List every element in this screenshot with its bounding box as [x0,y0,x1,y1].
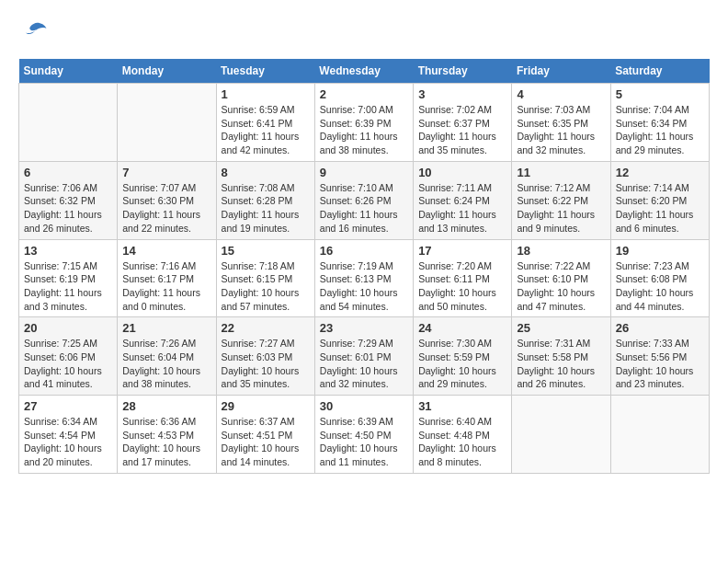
day-number: 29 [222,399,310,413]
day-number: 18 [517,244,605,258]
calendar-week-3: 13Sunrise: 7:15 AM Sunset: 6:19 PM Dayli… [19,239,710,317]
day-number: 9 [320,166,408,179]
weekday-header-saturday: Saturday [610,59,709,84]
calendar-cell: 21Sunrise: 7:26 AM Sunset: 6:04 PM Dayli… [118,317,216,396]
day-number: 20 [24,321,112,335]
page-header [18,18,710,50]
day-info: Sunrise: 7:07 AM Sunset: 6:30 PM Dayligh… [122,181,210,236]
calendar-week-2: 6Sunrise: 7:06 AM Sunset: 6:32 PM Daylig… [19,161,710,239]
calendar-week-1: 1Sunrise: 6:59 AM Sunset: 6:41 PM Daylig… [19,84,710,162]
day-info: Sunrise: 6:40 AM Sunset: 4:48 PM Dayligh… [418,415,506,469]
calendar-cell: 28Sunrise: 6:36 AM Sunset: 4:53 PM Dayli… [118,396,216,474]
day-info: Sunrise: 7:08 AM Sunset: 6:28 PM Dayligh… [222,181,310,236]
day-number: 10 [418,166,506,179]
day-info: Sunrise: 7:15 AM Sunset: 6:19 PM Dayligh… [24,259,112,314]
calendar-cell: 25Sunrise: 7:31 AM Sunset: 5:58 PM Dayli… [512,317,610,396]
day-info: Sunrise: 6:34 AM Sunset: 4:54 PM Dayligh… [24,415,112,469]
day-number: 15 [222,244,310,258]
day-number: 3 [418,87,506,101]
calendar-cell: 5Sunrise: 7:04 AM Sunset: 6:34 PM Daylig… [610,84,709,162]
day-info: Sunrise: 7:33 AM Sunset: 5:56 PM Dayligh… [616,337,704,391]
calendar-cell: 20Sunrise: 7:25 AM Sunset: 6:06 PM Dayli… [19,317,118,396]
day-number: 17 [418,244,506,258]
day-number: 26 [616,321,704,335]
weekday-header-friday: Friday [512,59,610,84]
calendar-cell [512,396,610,474]
weekday-header-tuesday: Tuesday [216,59,314,84]
day-number: 23 [320,321,408,335]
calendar-cell: 24Sunrise: 7:30 AM Sunset: 5:59 PM Dayli… [414,317,512,396]
calendar-cell: 4Sunrise: 7:03 AM Sunset: 6:35 PM Daylig… [512,84,610,162]
day-info: Sunrise: 7:18 AM Sunset: 6:15 PM Dayligh… [222,259,310,314]
day-info: Sunrise: 7:16 AM Sunset: 6:17 PM Dayligh… [122,259,210,314]
day-number: 1 [222,87,310,101]
calendar-cell: 1Sunrise: 6:59 AM Sunset: 6:41 PM Daylig… [216,84,314,162]
day-number: 6 [24,166,112,179]
day-info: Sunrise: 7:22 AM Sunset: 6:10 PM Dayligh… [517,259,605,314]
day-info: Sunrise: 6:59 AM Sunset: 6:41 PM Dayligh… [222,103,310,157]
calendar-cell: 12Sunrise: 7:14 AM Sunset: 6:20 PM Dayli… [610,161,709,239]
day-info: Sunrise: 7:20 AM Sunset: 6:11 PM Dayligh… [418,259,506,314]
calendar-cell: 7Sunrise: 7:07 AM Sunset: 6:30 PM Daylig… [118,161,216,239]
calendar-cell [19,84,118,162]
day-number: 8 [222,166,310,179]
day-info: Sunrise: 7:19 AM Sunset: 6:13 PM Dayligh… [320,259,408,314]
calendar-week-4: 20Sunrise: 7:25 AM Sunset: 6:06 PM Dayli… [19,317,710,396]
calendar-cell: 19Sunrise: 7:23 AM Sunset: 6:08 PM Dayli… [610,239,709,317]
day-info: Sunrise: 7:14 AM Sunset: 6:20 PM Dayligh… [616,181,704,236]
calendar-cell [118,84,216,162]
calendar-cell: 17Sunrise: 7:20 AM Sunset: 6:11 PM Dayli… [414,239,512,317]
day-info: Sunrise: 7:00 AM Sunset: 6:39 PM Dayligh… [320,103,408,157]
calendar-cell: 13Sunrise: 7:15 AM Sunset: 6:19 PM Dayli… [19,239,118,317]
day-info: Sunrise: 7:12 AM Sunset: 6:22 PM Dayligh… [517,181,605,236]
weekday-header-wednesday: Wednesday [314,59,413,84]
calendar-cell: 18Sunrise: 7:22 AM Sunset: 6:10 PM Dayli… [512,239,610,317]
day-number: 7 [122,166,210,179]
calendar-cell: 26Sunrise: 7:33 AM Sunset: 5:56 PM Dayli… [610,317,709,396]
day-number: 25 [517,321,605,335]
day-info: Sunrise: 7:10 AM Sunset: 6:26 PM Dayligh… [320,181,408,236]
day-info: Sunrise: 7:23 AM Sunset: 6:08 PM Dayligh… [616,259,704,314]
calendar-cell: 3Sunrise: 7:02 AM Sunset: 6:37 PM Daylig… [414,84,512,162]
calendar-cell: 15Sunrise: 7:18 AM Sunset: 6:15 PM Dayli… [216,239,314,317]
day-number: 16 [320,244,408,258]
day-info: Sunrise: 7:06 AM Sunset: 6:32 PM Dayligh… [24,181,112,236]
weekday-header-sunday: Sunday [19,59,118,84]
day-info: Sunrise: 7:30 AM Sunset: 5:59 PM Dayligh… [418,337,506,391]
calendar-cell: 29Sunrise: 6:37 AM Sunset: 4:51 PM Dayli… [216,396,314,474]
day-number: 5 [616,87,704,101]
logo-icon [20,18,48,46]
day-info: Sunrise: 7:04 AM Sunset: 6:34 PM Dayligh… [616,103,704,157]
calendar-cell [610,396,709,474]
calendar-cell: 11Sunrise: 7:12 AM Sunset: 6:22 PM Dayli… [512,161,610,239]
calendar-cell: 30Sunrise: 6:39 AM Sunset: 4:50 PM Dayli… [314,396,413,474]
calendar-body: 1Sunrise: 6:59 AM Sunset: 6:41 PM Daylig… [19,84,710,474]
weekday-header-thursday: Thursday [414,59,512,84]
day-info: Sunrise: 6:36 AM Sunset: 4:53 PM Dayligh… [122,415,210,469]
day-info: Sunrise: 7:26 AM Sunset: 6:04 PM Dayligh… [122,337,210,391]
day-info: Sunrise: 7:29 AM Sunset: 6:01 PM Dayligh… [320,337,408,391]
calendar-table: SundayMondayTuesdayWednesdayThursdayFrid… [18,59,710,474]
day-info: Sunrise: 7:25 AM Sunset: 6:06 PM Dayligh… [24,337,112,391]
day-info: Sunrise: 6:37 AM Sunset: 4:51 PM Dayligh… [222,415,310,469]
day-info: Sunrise: 7:27 AM Sunset: 6:03 PM Dayligh… [222,337,310,391]
day-info: Sunrise: 7:11 AM Sunset: 6:24 PM Dayligh… [418,181,506,236]
calendar-cell: 23Sunrise: 7:29 AM Sunset: 6:01 PM Dayli… [314,317,413,396]
calendar-cell: 22Sunrise: 7:27 AM Sunset: 6:03 PM Dayli… [216,317,314,396]
day-info: Sunrise: 6:39 AM Sunset: 4:50 PM Dayligh… [320,415,408,469]
calendar-cell: 2Sunrise: 7:00 AM Sunset: 6:39 PM Daylig… [314,84,413,162]
day-info: Sunrise: 7:02 AM Sunset: 6:37 PM Dayligh… [418,103,506,157]
day-number: 21 [122,321,210,335]
calendar-cell: 14Sunrise: 7:16 AM Sunset: 6:17 PM Dayli… [118,239,216,317]
day-info: Sunrise: 7:03 AM Sunset: 6:35 PM Dayligh… [517,103,605,157]
calendar-cell: 16Sunrise: 7:19 AM Sunset: 6:13 PM Dayli… [314,239,413,317]
calendar-cell: 27Sunrise: 6:34 AM Sunset: 4:54 PM Dayli… [19,396,118,474]
calendar-cell: 8Sunrise: 7:08 AM Sunset: 6:28 PM Daylig… [216,161,314,239]
day-number: 11 [517,166,605,179]
day-number: 28 [122,399,210,413]
day-number: 2 [320,87,408,101]
day-number: 27 [24,399,112,413]
calendar-cell: 9Sunrise: 7:10 AM Sunset: 6:26 PM Daylig… [314,161,413,239]
day-number: 14 [122,244,210,258]
day-number: 30 [320,399,408,413]
